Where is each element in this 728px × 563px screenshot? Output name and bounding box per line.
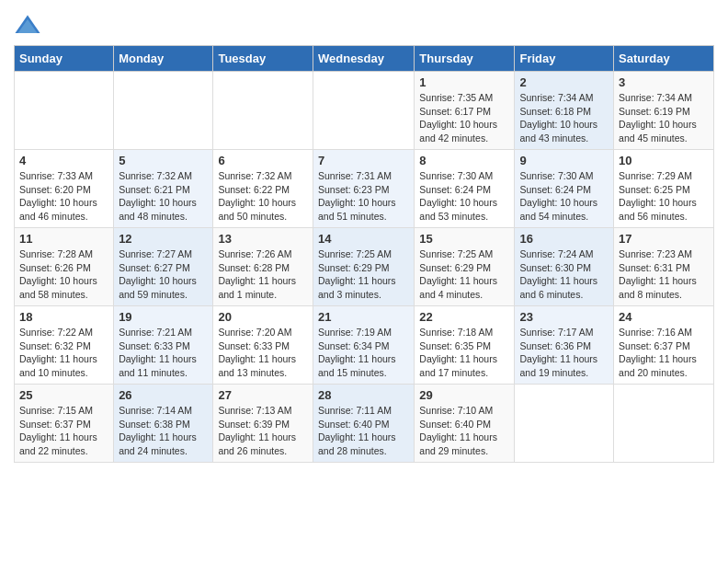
calendar-day-cell: 12Sunrise: 7:27 AM Sunset: 6:27 PM Dayli… bbox=[114, 228, 213, 306]
day-number: 27 bbox=[218, 388, 308, 402]
day-detail: Sunrise: 7:23 AM Sunset: 6:31 PM Dayligh… bbox=[619, 247, 709, 302]
calendar-day-cell: 13Sunrise: 7:26 AM Sunset: 6:28 PM Dayli… bbox=[213, 228, 313, 306]
day-detail: Sunrise: 7:21 AM Sunset: 6:33 PM Dayligh… bbox=[119, 326, 208, 380]
calendar-day-cell bbox=[114, 72, 213, 150]
calendar-day-cell: 18Sunrise: 7:22 AM Sunset: 6:32 PM Dayli… bbox=[15, 306, 114, 385]
logo bbox=[14, 14, 45, 36]
calendar-day-cell: 19Sunrise: 7:21 AM Sunset: 6:33 PM Dayli… bbox=[114, 306, 213, 385]
calendar-day-cell: 20Sunrise: 7:20 AM Sunset: 6:33 PM Dayli… bbox=[213, 306, 313, 385]
day-number: 6 bbox=[218, 154, 308, 167]
day-number: 7 bbox=[318, 154, 409, 167]
day-number: 25 bbox=[19, 388, 108, 402]
day-number: 13 bbox=[218, 232, 308, 246]
calendar-week-row: 4Sunrise: 7:33 AM Sunset: 6:20 PM Daylig… bbox=[15, 150, 714, 228]
day-number: 20 bbox=[218, 310, 308, 324]
calendar-day-cell: 17Sunrise: 7:23 AM Sunset: 6:31 PM Dayli… bbox=[614, 228, 714, 306]
day-detail: Sunrise: 7:34 AM Sunset: 6:19 PM Dayligh… bbox=[619, 91, 709, 145]
day-detail: Sunrise: 7:29 AM Sunset: 6:25 PM Dayligh… bbox=[619, 169, 709, 224]
day-number: 19 bbox=[119, 310, 208, 324]
calendar-day-cell bbox=[15, 72, 114, 150]
day-detail: Sunrise: 7:17 AM Sunset: 6:36 PM Dayligh… bbox=[519, 326, 609, 380]
calendar-day-cell: 8Sunrise: 7:30 AM Sunset: 6:24 PM Daylig… bbox=[415, 150, 515, 228]
day-number: 2 bbox=[519, 75, 609, 89]
day-detail: Sunrise: 7:31 AM Sunset: 6:23 PM Dayligh… bbox=[318, 169, 409, 224]
day-of-week-header: Sunday bbox=[15, 46, 114, 72]
calendar-day-cell bbox=[614, 385, 714, 463]
calendar-day-cell: 22Sunrise: 7:18 AM Sunset: 6:35 PM Dayli… bbox=[415, 306, 515, 385]
day-detail: Sunrise: 7:20 AM Sunset: 6:33 PM Dayligh… bbox=[218, 326, 308, 380]
day-detail: Sunrise: 7:24 AM Sunset: 6:30 PM Dayligh… bbox=[519, 247, 609, 302]
day-detail: Sunrise: 7:32 AM Sunset: 6:21 PM Dayligh… bbox=[119, 169, 208, 224]
day-number: 18 bbox=[19, 310, 108, 324]
day-detail: Sunrise: 7:22 AM Sunset: 6:32 PM Dayligh… bbox=[19, 326, 108, 380]
day-of-week-header: Monday bbox=[114, 46, 213, 72]
calendar-week-row: 1Sunrise: 7:35 AM Sunset: 6:17 PM Daylig… bbox=[15, 72, 714, 150]
day-number: 21 bbox=[318, 310, 409, 324]
calendar-day-cell: 27Sunrise: 7:13 AM Sunset: 6:39 PM Dayli… bbox=[213, 385, 313, 463]
day-detail: Sunrise: 7:34 AM Sunset: 6:18 PM Dayligh… bbox=[519, 91, 609, 145]
calendar-week-row: 11Sunrise: 7:28 AM Sunset: 6:26 PM Dayli… bbox=[15, 228, 714, 306]
calendar-day-cell: 6Sunrise: 7:32 AM Sunset: 6:22 PM Daylig… bbox=[213, 150, 313, 228]
day-number: 11 bbox=[19, 232, 108, 246]
day-detail: Sunrise: 7:30 AM Sunset: 6:24 PM Dayligh… bbox=[519, 169, 609, 224]
day-detail: Sunrise: 7:27 AM Sunset: 6:27 PM Dayligh… bbox=[119, 247, 208, 302]
day-detail: Sunrise: 7:15 AM Sunset: 6:37 PM Dayligh… bbox=[19, 404, 108, 458]
calendar-day-cell bbox=[515, 385, 614, 463]
calendar-day-cell: 16Sunrise: 7:24 AM Sunset: 6:30 PM Dayli… bbox=[515, 228, 614, 306]
day-detail: Sunrise: 7:18 AM Sunset: 6:35 PM Dayligh… bbox=[419, 326, 509, 380]
day-number: 24 bbox=[619, 310, 709, 324]
calendar-day-cell: 26Sunrise: 7:14 AM Sunset: 6:38 PM Dayli… bbox=[114, 385, 213, 463]
day-number: 16 bbox=[519, 232, 609, 246]
day-detail: Sunrise: 7:19 AM Sunset: 6:34 PM Dayligh… bbox=[318, 326, 409, 380]
day-detail: Sunrise: 7:30 AM Sunset: 6:24 PM Dayligh… bbox=[419, 169, 509, 224]
calendar-day-cell bbox=[213, 72, 313, 150]
day-number: 22 bbox=[419, 310, 509, 324]
day-detail: Sunrise: 7:25 AM Sunset: 6:29 PM Dayligh… bbox=[419, 247, 509, 302]
calendar-day-cell: 1Sunrise: 7:35 AM Sunset: 6:17 PM Daylig… bbox=[415, 72, 515, 150]
calendar-day-cell: 2Sunrise: 7:34 AM Sunset: 6:18 PM Daylig… bbox=[515, 72, 614, 150]
calendar-day-cell bbox=[313, 72, 414, 150]
day-of-week-header: Tuesday bbox=[213, 46, 313, 72]
day-number: 28 bbox=[318, 388, 409, 402]
calendar-day-cell: 4Sunrise: 7:33 AM Sunset: 6:20 PM Daylig… bbox=[15, 150, 114, 228]
day-detail: Sunrise: 7:33 AM Sunset: 6:20 PM Dayligh… bbox=[19, 169, 108, 224]
calendar-day-cell: 23Sunrise: 7:17 AM Sunset: 6:36 PM Dayli… bbox=[515, 306, 614, 385]
calendar-day-cell: 28Sunrise: 7:11 AM Sunset: 6:40 PM Dayli… bbox=[313, 385, 414, 463]
day-number: 14 bbox=[318, 232, 409, 246]
day-number: 8 bbox=[419, 154, 509, 167]
day-detail: Sunrise: 7:10 AM Sunset: 6:40 PM Dayligh… bbox=[419, 404, 509, 458]
day-number: 5 bbox=[119, 154, 208, 167]
calendar-day-cell: 29Sunrise: 7:10 AM Sunset: 6:40 PM Dayli… bbox=[415, 385, 515, 463]
day-number: 10 bbox=[619, 154, 709, 167]
day-of-week-header: Thursday bbox=[415, 46, 515, 72]
day-detail: Sunrise: 7:16 AM Sunset: 6:37 PM Dayligh… bbox=[619, 326, 709, 380]
day-number: 29 bbox=[419, 388, 509, 402]
calendar-day-cell: 5Sunrise: 7:32 AM Sunset: 6:21 PM Daylig… bbox=[114, 150, 213, 228]
day-number: 12 bbox=[119, 232, 208, 246]
day-of-week-header: Saturday bbox=[614, 46, 714, 72]
day-number: 3 bbox=[619, 75, 709, 89]
calendar-day-cell: 11Sunrise: 7:28 AM Sunset: 6:26 PM Dayli… bbox=[15, 228, 114, 306]
day-of-week-header: Wednesday bbox=[313, 46, 414, 72]
day-detail: Sunrise: 7:35 AM Sunset: 6:17 PM Dayligh… bbox=[419, 91, 509, 145]
calendar-week-row: 25Sunrise: 7:15 AM Sunset: 6:37 PM Dayli… bbox=[15, 385, 714, 463]
page-header bbox=[14, 14, 714, 36]
day-detail: Sunrise: 7:11 AM Sunset: 6:40 PM Dayligh… bbox=[318, 404, 409, 458]
calendar-day-cell: 9Sunrise: 7:30 AM Sunset: 6:24 PM Daylig… bbox=[515, 150, 614, 228]
calendar-week-row: 18Sunrise: 7:22 AM Sunset: 6:32 PM Dayli… bbox=[15, 306, 714, 385]
calendar-day-cell: 25Sunrise: 7:15 AM Sunset: 6:37 PM Dayli… bbox=[15, 385, 114, 463]
day-detail: Sunrise: 7:25 AM Sunset: 6:29 PM Dayligh… bbox=[318, 247, 409, 302]
day-number: 9 bbox=[519, 154, 609, 167]
calendar-day-cell: 15Sunrise: 7:25 AM Sunset: 6:29 PM Dayli… bbox=[415, 228, 515, 306]
day-number: 26 bbox=[119, 388, 208, 402]
calendar-day-cell: 3Sunrise: 7:34 AM Sunset: 6:19 PM Daylig… bbox=[614, 72, 714, 150]
calendar-table: SundayMondayTuesdayWednesdayThursdayFrid… bbox=[14, 45, 714, 463]
logo-icon bbox=[14, 14, 41, 36]
day-number: 23 bbox=[519, 310, 609, 324]
calendar-day-cell: 7Sunrise: 7:31 AM Sunset: 6:23 PM Daylig… bbox=[313, 150, 414, 228]
calendar-day-cell: 24Sunrise: 7:16 AM Sunset: 6:37 PM Dayli… bbox=[614, 306, 714, 385]
day-detail: Sunrise: 7:26 AM Sunset: 6:28 PM Dayligh… bbox=[218, 247, 308, 302]
day-detail: Sunrise: 7:14 AM Sunset: 6:38 PM Dayligh… bbox=[119, 404, 208, 458]
calendar-day-cell: 10Sunrise: 7:29 AM Sunset: 6:25 PM Dayli… bbox=[614, 150, 714, 228]
day-number: 17 bbox=[619, 232, 709, 246]
